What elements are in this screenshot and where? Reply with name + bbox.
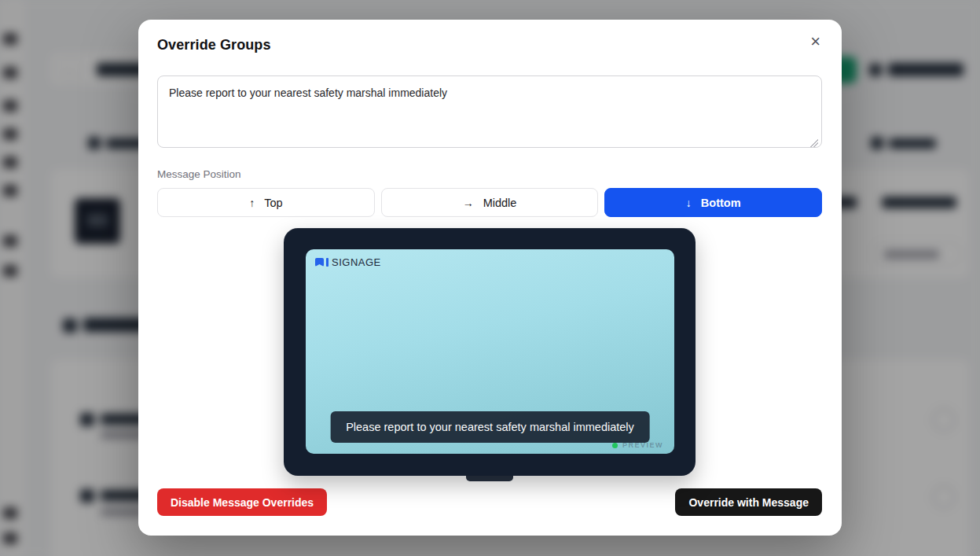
arrow-right-icon: → (463, 197, 474, 209)
preview-message-bar: Please report to your nearest safety mar… (330, 411, 650, 443)
modal-footer: Disable Message Overrides Override with … (157, 488, 822, 516)
override-with-message-button[interactable]: Override with Message (675, 488, 822, 516)
position-button-group: ↑ Top → Middle ↓ Bottom (157, 188, 822, 217)
position-bottom-button[interactable]: ↓ Bottom (604, 188, 822, 217)
arrow-up-icon: ↑ (249, 197, 255, 209)
pisignage-logo-text: SIGNAGE (332, 256, 381, 268)
tv-preview: SIGNAGE Please report to your nearest sa… (157, 228, 822, 481)
override-groups-modal: Override Groups × Please report to your … (138, 20, 842, 536)
pisignage-bar-icon (326, 258, 329, 267)
modal-header: Override Groups × (157, 37, 822, 53)
disable-message-overrides-button[interactable]: Disable Message Overrides (157, 488, 327, 516)
tv-frame: SIGNAGE Please report to your nearest sa… (284, 228, 696, 476)
preview-status-label: PREVIEW (622, 441, 663, 449)
status-dot-icon (612, 443, 618, 448)
pisignage-logo: SIGNAGE (315, 256, 381, 268)
preview-status: PREVIEW (612, 441, 663, 449)
arrow-down-icon: ↓ (686, 197, 692, 209)
modal-title: Override Groups (157, 37, 271, 53)
message-position-label: Message Position (157, 168, 822, 180)
message-input-wrapper: Please report to your nearest safety mar… (157, 75, 822, 168)
position-bottom-label: Bottom (701, 197, 741, 209)
message-input[interactable]: Please report to your nearest safety mar… (157, 75, 822, 148)
pisignage-flag-icon (315, 258, 324, 267)
position-top-label: Top (264, 197, 282, 209)
position-middle-label: Middle (483, 197, 517, 209)
position-top-button[interactable]: ↑ Top (157, 188, 375, 217)
position-middle-button[interactable]: → Middle (381, 188, 599, 217)
close-icon[interactable]: × (810, 35, 820, 48)
tv-screen: SIGNAGE Please report to your nearest sa… (306, 249, 674, 454)
